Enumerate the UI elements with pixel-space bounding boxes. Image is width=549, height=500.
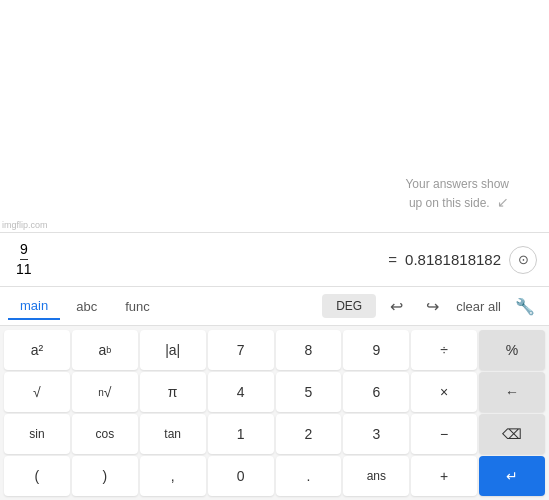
key-abs[interactable]: |a| xyxy=(140,330,206,370)
key-delete[interactable]: ⌫ xyxy=(479,414,545,454)
redo-button[interactable]: ↪ xyxy=(416,291,448,321)
tab-func[interactable]: func xyxy=(113,294,162,319)
key-7[interactable]: 7 xyxy=(208,330,274,370)
key-9[interactable]: 9 xyxy=(343,330,409,370)
key-3[interactable]: 3 xyxy=(343,414,409,454)
result-row: 9 11 = 0.8181818182 ⊙ xyxy=(0,233,549,287)
fraction-display: 9 11 xyxy=(16,241,32,278)
key-left-arrow[interactable]: ← xyxy=(479,372,545,412)
hint-arrow-icon: ↙ xyxy=(497,193,509,213)
key-nsqrt[interactable]: n√ xyxy=(72,372,138,412)
key-dot[interactable]: . xyxy=(276,456,342,496)
settings-button[interactable]: 🔧 xyxy=(509,291,541,321)
key-percent[interactable]: % xyxy=(479,330,545,370)
key-1[interactable]: 1 xyxy=(208,414,274,454)
key-multiply[interactable]: × xyxy=(411,372,477,412)
key-6[interactable]: 6 xyxy=(343,372,409,412)
copy-button[interactable]: ⊙ xyxy=(509,246,537,274)
fraction-denominator: 11 xyxy=(16,260,32,278)
key-tan[interactable]: tan xyxy=(140,414,206,454)
equals-sign: = xyxy=(388,251,397,268)
clear-all-button[interactable]: clear all xyxy=(452,299,505,314)
key-a2[interactable]: a² xyxy=(4,330,70,370)
watermark: imgflip.com xyxy=(2,220,48,230)
key-5[interactable]: 5 xyxy=(276,372,342,412)
key-8[interactable]: 8 xyxy=(276,330,342,370)
key-sin[interactable]: sin xyxy=(4,414,70,454)
key-4[interactable]: 4 xyxy=(208,372,274,412)
undo-button[interactable]: ↩ xyxy=(380,291,412,321)
key-enter[interactable]: ↵ xyxy=(479,456,545,496)
key-ans[interactable]: ans xyxy=(343,456,409,496)
key-lparen[interactable]: ( xyxy=(4,456,70,496)
tabs-row: main abc func DEG ↩ ↪ clear all 🔧 xyxy=(0,287,549,326)
display-area: Your answers show up on this side. ↙ img… xyxy=(0,0,549,233)
key-divide[interactable]: ÷ xyxy=(411,330,477,370)
key-0[interactable]: 0 xyxy=(208,456,274,496)
deg-button[interactable]: DEG xyxy=(322,294,376,318)
answer-hint: Your answers show up on this side. ↙ xyxy=(405,176,509,212)
key-minus[interactable]: − xyxy=(411,414,477,454)
key-cos[interactable]: cos xyxy=(72,414,138,454)
tab-abc[interactable]: abc xyxy=(64,294,109,319)
key-2[interactable]: 2 xyxy=(276,414,342,454)
result-number: 0.8181818182 xyxy=(405,251,501,268)
key-ab[interactable]: ab xyxy=(72,330,138,370)
result-value-container: = 0.8181818182 ⊙ xyxy=(388,246,537,274)
key-plus[interactable]: + xyxy=(411,456,477,496)
key-comma[interactable]: , xyxy=(140,456,206,496)
keypad: a² ab |a| 7 8 9 ÷ % √ n√ π 4 5 6 × ← sin… xyxy=(0,326,549,500)
key-sqrt[interactable]: √ xyxy=(4,372,70,412)
fraction-numerator: 9 xyxy=(20,241,28,260)
key-rparen[interactable]: ) xyxy=(72,456,138,496)
key-pi[interactable]: π xyxy=(140,372,206,412)
tab-main[interactable]: main xyxy=(8,293,60,320)
